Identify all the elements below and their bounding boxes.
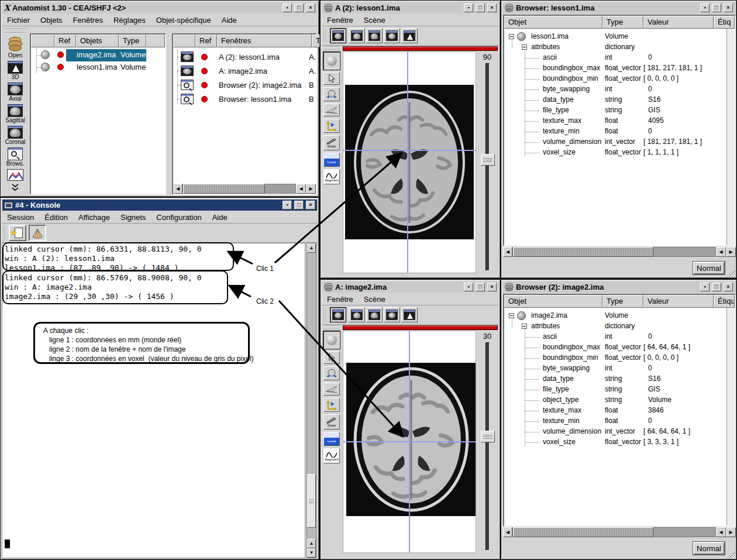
new-sagittal-window-button[interactable]: Sagittal bbox=[2, 104, 28, 123]
table-row[interactable]: file_typestringGIS bbox=[504, 105, 725, 116]
vertical-scrollbar[interactable]: ▲ ▲ ▼ bbox=[306, 243, 316, 558]
new-axial-window-button[interactable]: Axial bbox=[2, 83, 28, 102]
window-row[interactable]: A (2): lesson1.ima A. bbox=[173, 50, 316, 64]
table-row[interactable]: texture_minfloat0 bbox=[504, 126, 725, 137]
minimize-button[interactable]: ▪ bbox=[700, 4, 710, 12]
new-coronal-window-button[interactable]: Coronal bbox=[2, 126, 28, 145]
table-row[interactable]: attributesdictionary bbox=[504, 321, 725, 332]
segment-tool-button[interactable]: Segment bbox=[323, 169, 340, 184]
open-button[interactable]: Open bbox=[2, 36, 28, 59]
column-header-etiquette[interactable]: Étiq bbox=[714, 16, 735, 29]
menu-aide[interactable]: Aide bbox=[207, 212, 233, 222]
axial-viewport-image2[interactable] bbox=[343, 331, 476, 553]
column-header-valeur[interactable]: Valeur bbox=[643, 16, 714, 29]
menu-scene[interactable]: Scène bbox=[359, 294, 391, 304]
title-bar[interactable]: #4 - Konsole ▪ □ × bbox=[2, 200, 317, 211]
scroll-left-button[interactable]: ◀ bbox=[503, 247, 512, 257]
close-button[interactable]: × bbox=[306, 4, 315, 12]
table-row[interactable]: texture_maxfloat4095 bbox=[504, 116, 725, 126]
scroll-thumb[interactable] bbox=[513, 527, 653, 537]
window-row[interactable]: Browser (2): image2.ima B bbox=[173, 78, 316, 92]
toolbar-grip[interactable] bbox=[5, 29, 26, 33]
table-row[interactable]: texture_maxfloat3846 bbox=[504, 406, 725, 416]
table-row[interactable]: asciiint0 bbox=[504, 332, 725, 342]
minimize-button[interactable]: ▪ bbox=[283, 4, 292, 12]
coronal-view-button[interactable] bbox=[349, 28, 365, 43]
minimize-button[interactable]: ▪ bbox=[464, 283, 473, 291]
axial-view-button[interactable] bbox=[330, 28, 346, 43]
table-row[interactable]: boundingbox_minfloat_vector[ 0, 0, 0, 0 … bbox=[504, 74, 725, 84]
slice-slider-handle[interactable] bbox=[481, 154, 495, 166]
menu-fichier[interactable]: Fichier bbox=[2, 15, 35, 25]
column-header-etiquette[interactable]: Étiquett bbox=[714, 295, 735, 308]
plane-tool-button[interactable] bbox=[323, 104, 340, 116]
scroll-thumb[interactable] bbox=[183, 184, 265, 194]
table-row[interactable]: voxel_sizefloat_vector[ 1, 1, 1, 1 ] bbox=[504, 147, 725, 158]
trackball-tool-button[interactable] bbox=[323, 52, 340, 70]
pointer-tool-button[interactable] bbox=[323, 351, 340, 364]
trackball-tool-button[interactable] bbox=[323, 331, 340, 349]
title-bar[interactable]: A (2): lesson1.ima ▪ □ × bbox=[322, 2, 498, 13]
collapse-toggle[interactable] bbox=[522, 44, 527, 50]
objects-header-blank2[interactable] bbox=[146, 35, 165, 47]
shell-session-button[interactable] bbox=[29, 225, 46, 241]
object-row-image2[interactable]: image2.ima Volume bbox=[31, 49, 165, 61]
menu-signets[interactable]: Signets bbox=[115, 212, 151, 222]
horizontal-scrollbar[interactable]: ◀ ◀ ▶ bbox=[503, 527, 736, 537]
scroll-right-button[interactable]: ▶ bbox=[726, 247, 736, 257]
close-button[interactable]: × bbox=[487, 4, 497, 12]
toolbar-grip[interactable] bbox=[324, 46, 339, 51]
table-row[interactable]: texture_minfloat0 bbox=[504, 416, 725, 427]
scroll-right-button[interactable]: ▶ bbox=[306, 184, 316, 194]
scroll-down-button[interactable]: ▼ bbox=[307, 548, 316, 558]
windows-header-type[interactable]: T bbox=[312, 35, 320, 47]
scroll-thumb[interactable] bbox=[513, 247, 653, 257]
column-header-objet[interactable]: Objet bbox=[504, 16, 602, 29]
scroll-left-button[interactable]: ◀ bbox=[503, 527, 512, 537]
level-tool-button[interactable]: Level bbox=[323, 153, 340, 167]
windows-header-blank[interactable] bbox=[173, 35, 195, 47]
axial-view-button[interactable] bbox=[330, 307, 346, 322]
title-bar[interactable]: X Anatomist 1.30 - CEA/SHFJ <2> ▪ □ × bbox=[2, 2, 317, 13]
maximize-button[interactable]: □ bbox=[294, 201, 304, 209]
table-row[interactable]: boundingbox_minfloat_vector[ 0, 0, 0, 0 … bbox=[504, 353, 725, 363]
coronal-view-button[interactable] bbox=[349, 307, 365, 322]
window-row[interactable]: Browser: lesson1.ima B bbox=[173, 92, 316, 106]
slice-slider-groove[interactable] bbox=[485, 342, 490, 551]
windows-header-name[interactable]: Fenêtres bbox=[217, 35, 312, 47]
new-3d-window-button[interactable]: 3D bbox=[2, 61, 28, 80]
collapse-toggle[interactable] bbox=[522, 324, 527, 329]
collapse-toggle[interactable] bbox=[509, 34, 514, 39]
table-row[interactable]: byte_swappingint0 bbox=[504, 84, 725, 95]
table-row[interactable]: volume_dimensionint_vector[ 181, 217, 18… bbox=[504, 137, 725, 147]
flight-trackball-tool-button[interactable] bbox=[323, 366, 340, 380]
close-button[interactable]: × bbox=[724, 4, 733, 12]
menu-fenetres[interactable]: Fenêtres bbox=[68, 15, 108, 25]
menu-scene[interactable]: Scène bbox=[359, 15, 391, 25]
horizontal-scrollbar[interactable]: ◀ ◀ ▶ bbox=[503, 247, 736, 257]
new-browser-window-button[interactable]: Brows. bbox=[2, 147, 28, 167]
referential-button[interactable]: Normal bbox=[693, 262, 725, 274]
table-row[interactable]: volume_dimensionint_vector[ 64, 64, 64, … bbox=[504, 427, 725, 437]
profile-window-button[interactable] bbox=[2, 169, 28, 181]
level-tool-button[interactable]: Level bbox=[323, 432, 340, 446]
menu-edition[interactable]: Édition bbox=[39, 212, 73, 222]
menu-configuration[interactable]: Configuration bbox=[151, 212, 206, 222]
scroll-thumb[interactable] bbox=[307, 474, 316, 528]
scroll-up-button[interactable]: ▲ bbox=[307, 243, 316, 253]
menu-objets[interactable]: Objets bbox=[35, 15, 68, 25]
maximize-button[interactable]: □ bbox=[476, 4, 485, 12]
flight-trackball-tool-button[interactable] bbox=[323, 87, 340, 101]
toolbar-grip[interactable] bbox=[323, 308, 327, 322]
windows-header-ref[interactable]: Ref bbox=[195, 35, 217, 47]
collapse-toggle[interactable] bbox=[509, 313, 514, 318]
axial-viewport-lesson1[interactable] bbox=[343, 51, 476, 273]
sagittal-view-button[interactable] bbox=[366, 28, 383, 43]
menu-fenetre[interactable]: Fenêtre bbox=[322, 294, 359, 304]
scroll-up-button2[interactable]: ▲ bbox=[307, 539, 316, 548]
title-bar[interactable]: Browser (2): image2.ima ▪ □ × bbox=[503, 281, 735, 293]
axes-tool-button[interactable] bbox=[323, 119, 340, 133]
objects-header-ref[interactable]: Ref bbox=[54, 35, 76, 47]
close-button[interactable]: × bbox=[724, 283, 733, 291]
table-row[interactable]: image2.imaVolume bbox=[504, 311, 725, 321]
